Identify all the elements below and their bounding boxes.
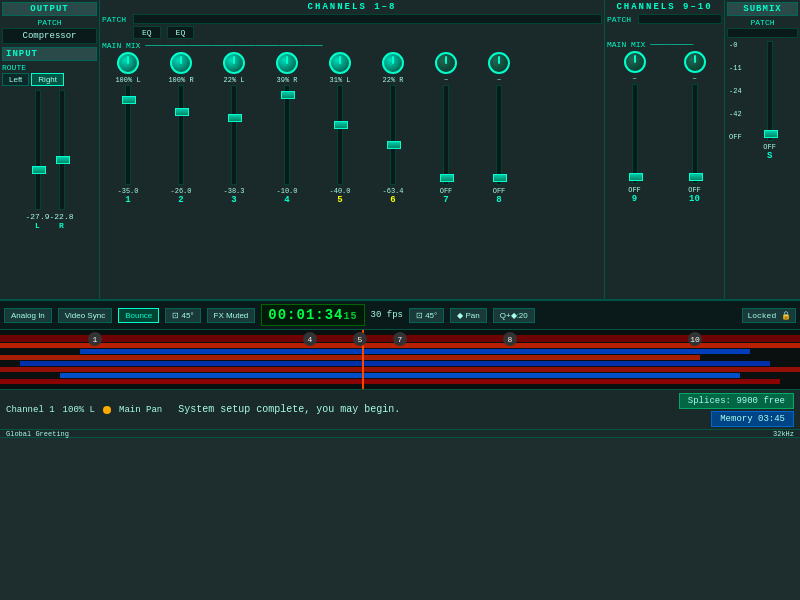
ch2-db: -26.0 [170, 187, 191, 195]
fps-display: 30 fps [371, 310, 403, 320]
channels-1-8-title: CHANNELS 1–8 [102, 2, 602, 12]
splices-display: Splices: 9900 free [679, 393, 794, 409]
pan-btn[interactable]: ◆ Pan [450, 308, 486, 323]
ch7-knob-value: ~ [444, 76, 448, 84]
ch10-knob[interactable] [684, 51, 706, 73]
memory-display: Memory 03:45 [711, 411, 794, 427]
ch9-knob-value: ~ [632, 75, 636, 83]
submix-fader[interactable] [767, 41, 773, 141]
ch3-knob[interactable] [223, 52, 245, 74]
submix-strip: OFF S [744, 41, 796, 161]
timeline-marker-5: 5 [353, 332, 367, 346]
ch6-num: 6 [390, 195, 395, 205]
submix-num: S [767, 151, 772, 161]
submix-handle[interactable] [764, 130, 778, 138]
ch5-handle[interactable] [334, 121, 348, 129]
timeline-section[interactable]: 1 4 5 7 8 10 [0, 330, 800, 390]
ch9-knob[interactable] [624, 51, 646, 73]
channel-6: 22% R -63.4 6 [367, 52, 419, 205]
main-mix-row: MAIN MIX ───────────────────────────────… [102, 41, 602, 50]
ch1-num: 1 [125, 195, 130, 205]
route-buttons: Left Right [2, 73, 97, 86]
main-mix-label: MAIN MIX ───────────────────────────────… [102, 41, 323, 50]
ch9-handle[interactable] [629, 173, 643, 181]
ch4-handle[interactable] [281, 91, 295, 99]
ch1-knob-value: 100% L [115, 76, 140, 84]
status-bar: Channel 1 100% L Main Pan System setup c… [0, 390, 800, 430]
ch6-fader[interactable] [390, 85, 396, 185]
channel-4: 39% R -10.0 4 [261, 52, 313, 205]
submix-channel: OFF S [744, 41, 796, 161]
channel-5: 31% L -40.0 5 [314, 52, 366, 205]
ch10-knob-value: ~ [692, 75, 696, 83]
fx-muted-btn[interactable]: FX Muted [207, 308, 256, 323]
fader-l-letter: L [35, 221, 40, 230]
ch9-fader[interactable] [632, 84, 638, 184]
eq-row: EQ EQ [102, 26, 602, 39]
ch9-10-patch-label: PATCH [607, 15, 635, 24]
ch4-knob[interactable] [276, 52, 298, 74]
ch9-num: 9 [632, 194, 637, 204]
ch7-db: OFF [440, 187, 453, 195]
ch3-fader[interactable] [231, 85, 237, 185]
output-faders: -27.9 L -22.8 R [2, 90, 97, 230]
ch7-num: 7 [443, 195, 448, 205]
route-left-btn[interactable]: Left [2, 73, 29, 86]
ch1-handle[interactable] [122, 96, 136, 104]
timeline-marker-10: 10 [688, 332, 702, 346]
ch-patch-row: PATCH [102, 14, 602, 24]
ch10-handle[interactable] [689, 173, 703, 181]
output-fader-l: -27.9 L [28, 90, 48, 230]
fader-r-value: -22.8 [50, 212, 74, 221]
ch8-handle[interactable] [493, 174, 507, 182]
eq-box-2[interactable]: EQ [167, 26, 195, 39]
channels-9-10-title: CHANNELS 9–10 [607, 2, 722, 12]
ch8-num: 8 [496, 195, 501, 205]
ch8-fader[interactable] [496, 85, 502, 185]
channels-9-10-section: CHANNELS 9–10 PATCH MAIN MIX ───────── ~… [605, 0, 725, 299]
bounce-btn[interactable]: Bounce [118, 308, 159, 323]
timecode-main: 00:01:34 [268, 307, 343, 323]
ch1-fader[interactable] [125, 85, 131, 185]
fader-l-value: -27.9 [26, 212, 50, 221]
output-patch-value[interactable]: Compressor [2, 28, 97, 44]
ch5-knob[interactable] [329, 52, 351, 74]
angle-45-btn2[interactable]: ⊡ 45° [409, 308, 444, 323]
ch7-knob[interactable] [435, 52, 457, 74]
ch8-knob[interactable] [488, 52, 510, 74]
video-sync-btn[interactable]: Video Sync [58, 308, 112, 323]
angle-45-btn[interactable]: ⊡ 45° [165, 308, 200, 323]
ch3-handle[interactable] [228, 114, 242, 122]
ch-patch-label: PATCH [102, 15, 130, 24]
ch10-fader[interactable] [692, 84, 698, 184]
timeline-marker-7: 7 [393, 332, 407, 346]
channel-2: 100% R -26.0 2 [155, 52, 207, 205]
timeline-marker-1: 1 [88, 332, 102, 346]
ch1-knob[interactable] [117, 52, 139, 74]
submix-patch-label: PATCH [727, 18, 798, 27]
fader-r-handle[interactable] [56, 156, 70, 164]
transport-bar: Analog In Video Sync Bounce ⊡ 45° FX Mut… [0, 300, 800, 330]
ch10-db: OFF [688, 186, 701, 194]
fader-l-track[interactable] [35, 90, 41, 210]
route-right-btn[interactable]: Right [31, 73, 64, 86]
ch7-fader[interactable] [443, 85, 449, 185]
analog-in-btn[interactable]: Analog In [4, 308, 52, 323]
channel-9: ~ OFF 9 [609, 51, 661, 204]
eq-box-1[interactable]: EQ [133, 26, 161, 39]
ch6-handle[interactable] [387, 141, 401, 149]
ch2-knob[interactable] [170, 52, 192, 74]
status-pan-type: Main Pan [119, 405, 162, 415]
ch2-handle[interactable] [175, 108, 189, 116]
fader-l-handle[interactable] [32, 166, 46, 174]
ch6-knob[interactable] [382, 52, 404, 74]
ch4-fader[interactable] [284, 85, 290, 185]
fader-r-track[interactable] [59, 90, 65, 210]
ch2-fader[interactable] [178, 85, 184, 185]
status-channel: Channel 1 [6, 405, 55, 415]
ch7-handle[interactable] [440, 174, 454, 182]
ch5-fader[interactable] [337, 85, 343, 185]
quantize-btn[interactable]: Q+◆:20 [493, 308, 535, 323]
ch8-knob-value: ~ [497, 76, 501, 84]
channel-strip-1-8: 100% L -35.0 1 100% R -26.0 2 [102, 52, 602, 205]
